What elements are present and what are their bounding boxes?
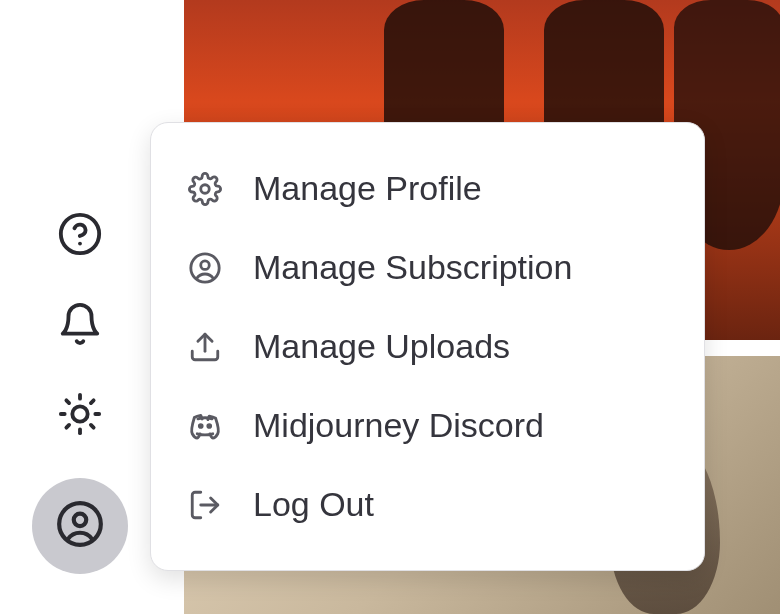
theme-toggle-button[interactable] (52, 388, 108, 444)
menu-item-manage-subscription[interactable]: Manage Subscription (151, 228, 704, 307)
menu-item-label: Manage Subscription (253, 248, 572, 287)
discord-icon (187, 408, 223, 444)
menu-item-manage-profile[interactable]: Manage Profile (151, 149, 704, 228)
svg-point-15 (201, 260, 210, 269)
menu-item-discord[interactable]: Midjourney Discord (151, 386, 704, 465)
notifications-button[interactable] (52, 298, 108, 354)
account-button[interactable] (32, 478, 128, 574)
sun-icon (57, 391, 103, 441)
svg-point-17 (199, 424, 202, 427)
help-icon (57, 211, 103, 261)
help-button[interactable] (52, 208, 108, 264)
gear-icon (187, 171, 223, 207)
bell-icon (57, 301, 103, 351)
svg-line-5 (66, 400, 69, 403)
menu-item-label: Manage Profile (253, 169, 482, 208)
menu-item-log-out[interactable]: Log Out (151, 465, 704, 544)
svg-line-10 (91, 400, 94, 403)
account-menu: Manage Profile Manage Subscription Manag… (150, 122, 705, 571)
svg-point-18 (208, 424, 211, 427)
menu-item-label: Log Out (253, 485, 374, 524)
sidebar (0, 0, 160, 614)
svg-line-9 (66, 425, 69, 428)
user-circle-icon (55, 499, 105, 553)
menu-item-label: Midjourney Discord (253, 406, 544, 445)
svg-point-13 (201, 184, 210, 193)
menu-item-manage-uploads[interactable]: Manage Uploads (151, 307, 704, 386)
menu-item-label: Manage Uploads (253, 327, 510, 366)
user-circle-icon (187, 250, 223, 286)
svg-point-12 (74, 514, 87, 527)
upload-icon (187, 329, 223, 365)
svg-point-2 (72, 406, 87, 421)
logout-icon (187, 487, 223, 523)
svg-line-6 (91, 425, 94, 428)
